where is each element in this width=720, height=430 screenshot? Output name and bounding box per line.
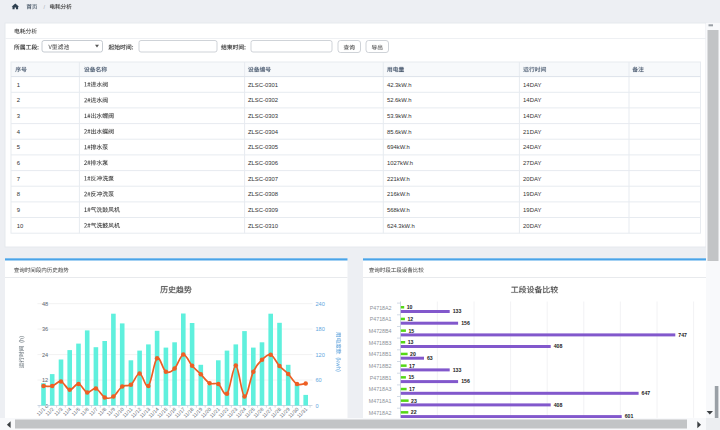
svg-text:42.3kW.h: 42.3kW.h bbox=[387, 82, 412, 88]
svg-text:12: 12 bbox=[42, 377, 48, 383]
svg-text:20DAY: 20DAY bbox=[523, 176, 541, 182]
svg-text:ZLSC-0306: ZLSC-0306 bbox=[248, 160, 279, 166]
svg-text:M4728B4: M4728B4 bbox=[369, 328, 392, 334]
svg-text:ZLSC-0305: ZLSC-0305 bbox=[248, 144, 279, 150]
svg-text:408: 408 bbox=[554, 402, 563, 408]
svg-text:17: 17 bbox=[409, 363, 415, 369]
svg-text:1027kW.h: 1027kW.h bbox=[387, 160, 413, 166]
svg-text:14DAY: 14DAY bbox=[523, 113, 541, 119]
svg-text:ZLSC-0304: ZLSC-0304 bbox=[248, 129, 279, 135]
svg-text:36: 36 bbox=[42, 326, 48, 332]
svg-text:14DAY: 14DAY bbox=[523, 97, 541, 103]
svg-text:15: 15 bbox=[408, 374, 414, 380]
svg-text:240: 240 bbox=[316, 301, 325, 307]
svg-text:647: 647 bbox=[642, 390, 651, 396]
svg-text:1: 1 bbox=[17, 82, 20, 88]
svg-text:17: 17 bbox=[409, 386, 415, 392]
svg-text:ZLSC-0308: ZLSC-0308 bbox=[248, 191, 279, 197]
svg-text:408: 408 bbox=[554, 343, 563, 349]
svg-text:M4718B3: M4718B3 bbox=[369, 340, 392, 346]
svg-text:10: 10 bbox=[407, 304, 413, 310]
svg-text:7: 7 bbox=[17, 176, 20, 182]
svg-text:133: 133 bbox=[453, 367, 462, 373]
svg-text:2: 2 bbox=[17, 97, 20, 103]
svg-text:ZLSC-0310: ZLSC-0310 bbox=[248, 223, 279, 229]
svg-text:216kW.h: 216kW.h bbox=[387, 191, 410, 197]
svg-text:19DAY: 19DAY bbox=[523, 207, 541, 213]
svg-text:19DAY: 19DAY bbox=[523, 191, 541, 197]
svg-text:120: 120 bbox=[316, 352, 325, 358]
svg-text:694kW.h: 694kW.h bbox=[387, 144, 410, 150]
svg-text:20DAY: 20DAY bbox=[523, 223, 541, 229]
svg-text:60: 60 bbox=[316, 377, 322, 383]
svg-text:24DAY: 24DAY bbox=[523, 144, 541, 150]
svg-text:9: 9 bbox=[17, 207, 20, 213]
svg-text:M4718B1: M4718B1 bbox=[369, 351, 392, 357]
svg-text:20: 20 bbox=[410, 351, 416, 357]
svg-text:ZLSC-0303: ZLSC-0303 bbox=[248, 113, 279, 119]
svg-text:52.6kW.h: 52.6kW.h bbox=[387, 97, 412, 103]
svg-text:48: 48 bbox=[42, 301, 48, 307]
svg-text:21DAY: 21DAY bbox=[523, 129, 541, 135]
svg-text:156: 156 bbox=[461, 378, 470, 384]
svg-text:ZLSC-0301: ZLSC-0301 bbox=[248, 82, 278, 88]
svg-text:568kW.h: 568kW.h bbox=[387, 207, 410, 213]
svg-text:12: 12 bbox=[407, 316, 413, 322]
svg-text:0: 0 bbox=[316, 403, 319, 409]
svg-text:M4718A1: M4718A1 bbox=[369, 398, 392, 404]
svg-text:M4718B2: M4718B2 bbox=[369, 363, 392, 369]
svg-text:221kW.h: 221kW.h bbox=[387, 176, 410, 182]
svg-text:624.3kW.h: 624.3kW.h bbox=[387, 223, 415, 229]
svg-text:85.6kW.h: 85.6kW.h bbox=[387, 129, 412, 135]
svg-text:15: 15 bbox=[408, 328, 414, 334]
svg-text:ZLSC-0302: ZLSC-0302 bbox=[248, 97, 278, 103]
svg-text:133: 133 bbox=[453, 308, 462, 314]
svg-text:22: 22 bbox=[411, 409, 417, 415]
svg-text:23: 23 bbox=[411, 398, 417, 404]
svg-text:156: 156 bbox=[461, 320, 470, 326]
svg-text:P4718A1: P4718A1 bbox=[370, 316, 392, 322]
svg-text:ZLSC-0307: ZLSC-0307 bbox=[248, 176, 278, 182]
svg-text:63: 63 bbox=[427, 355, 433, 361]
svg-text:27DAY: 27DAY bbox=[523, 160, 541, 166]
svg-text:180: 180 bbox=[316, 326, 325, 332]
svg-text:53.9kW.h: 53.9kW.h bbox=[387, 113, 412, 119]
svg-text:ZLSC-0309: ZLSC-0309 bbox=[248, 207, 278, 213]
svg-text:P4718A2: P4718A2 bbox=[370, 305, 392, 311]
svg-text:24: 24 bbox=[42, 352, 48, 358]
svg-text:13: 13 bbox=[408, 339, 414, 345]
svg-text:747: 747 bbox=[678, 332, 687, 338]
svg-text:14DAY: 14DAY bbox=[523, 82, 541, 88]
svg-text:10: 10 bbox=[17, 223, 24, 229]
svg-text:M4718A2: M4718A2 bbox=[369, 410, 392, 416]
svg-text:P4718B1: P4718B1 bbox=[370, 375, 392, 381]
svg-text:M4718A3: M4718A3 bbox=[369, 386, 392, 392]
